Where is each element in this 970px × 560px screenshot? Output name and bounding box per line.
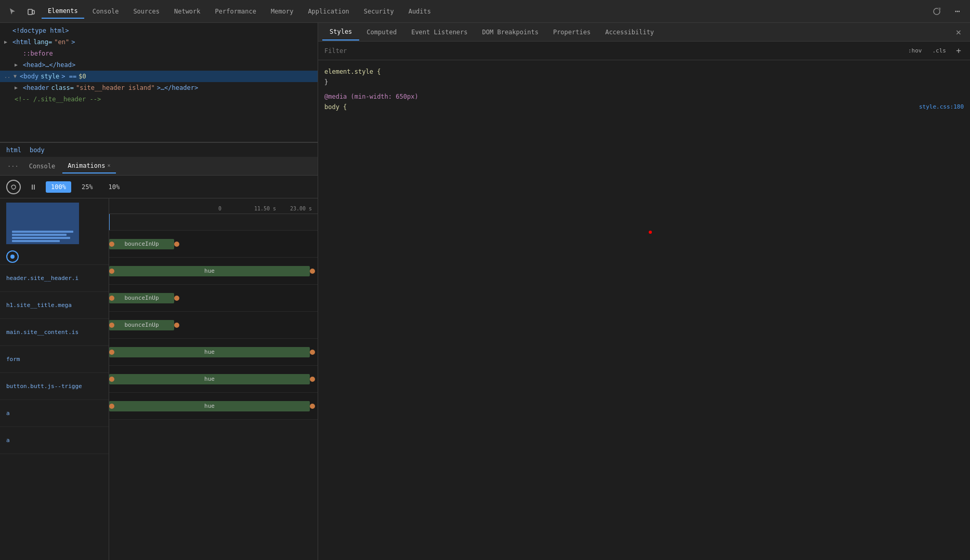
playhead-line: [109, 214, 110, 230]
speed-10-button[interactable]: 10%: [103, 181, 125, 193]
panel-tab-console[interactable]: Console: [24, 159, 61, 173]
cls-button[interactable]: .cls: [929, 46, 950, 55]
anim-track-row-5[interactable]: hue: [109, 366, 318, 393]
dom-header-class-val: "site__header island": [76, 83, 155, 92]
dom-line-html[interactable]: ▶ <html lang= "en" >: [0, 36, 318, 48]
style-rule-media: @media (min-width: 650px) style.css:180 …: [318, 89, 970, 114]
anim-track-inner-0: bounceInUp: [109, 231, 318, 257]
tab-sources[interactable]: Sources: [127, 5, 166, 18]
bottom-devtools-panel: ··· Console Animations × ⏸ 100: [0, 157, 318, 560]
panel-tab-close[interactable]: ×: [108, 163, 111, 168]
dom-line-head[interactable]: ▶ <head>…</head>: [0, 59, 318, 71]
red-dot-indicator: [649, 231, 652, 234]
elements-pane[interactable]: <!doctype html> ▶ <html lang= "en" > ::b…: [0, 23, 318, 142]
hov-button[interactable]: :hov: [905, 46, 925, 55]
add-rule-button[interactable]: +: [953, 46, 964, 56]
tab-security[interactable]: Security: [358, 5, 400, 18]
anim-dot-2-1: [174, 296, 179, 301]
playhead-track-row[interactable]: [109, 214, 318, 231]
anim-tracks[interactable]: bounceInUphuebounceInUpbounceInUphuehueh…: [109, 231, 318, 560]
anim-dot-6-0: [109, 404, 114, 409]
tab-memory[interactable]: Memory: [265, 5, 299, 18]
tab-performance[interactable]: Performance: [209, 5, 263, 18]
panel-tab-animations[interactable]: Animations ×: [62, 159, 115, 174]
time-tick: 0: [218, 206, 254, 211]
styles-tab-dom-breakpoints[interactable]: DOM Breakpoints: [475, 24, 546, 40]
speed-100-button[interactable]: 100%: [46, 181, 71, 193]
anim-track-row-6[interactable]: hue: [109, 393, 318, 420]
time-ticks: 011.50 s23.00 s34.50 s46.00 s57.50 s1.1 …: [218, 206, 318, 211]
time-ruler: 011.50 s23.00 s34.50 s46.00 s57.50 s1.1 …: [109, 198, 318, 214]
dom-comment-text: <!-- /.site__header -->: [15, 95, 101, 104]
feedback-icon[interactable]: !: [928, 3, 945, 20]
expand-arrow: ▶: [15, 60, 21, 70]
panel-tabs-bar: ··· Console Animations ×: [0, 157, 318, 176]
anim-label-6: a: [0, 427, 109, 454]
dom-body-dollar: $0: [78, 72, 86, 81]
dom-html-close: >: [71, 37, 75, 47]
breadcrumb-body[interactable]: body: [28, 145, 47, 155]
filter-bar: :hov .cls +: [318, 42, 970, 60]
dom-header-class: class=: [51, 83, 74, 92]
panel-overflow-dots[interactable]: ···: [4, 163, 22, 170]
filter-input[interactable]: [324, 47, 905, 55]
anim-bar-2: bounceInUp: [109, 293, 174, 303]
dom-line-body[interactable]: .. ▼ <body style > == $0: [0, 71, 318, 82]
anim-track-inner-4: hue: [109, 339, 318, 365]
left-panel: <!doctype html> ▶ <html lang= "en" > ::b…: [0, 23, 318, 560]
styles-tab-computed[interactable]: Computed: [359, 24, 404, 40]
tab-network[interactable]: Network: [168, 5, 207, 18]
anim-label-4: button.butt.js--trigge: [0, 373, 109, 400]
replay-button[interactable]: [6, 180, 21, 194]
dom-line-before[interactable]: ::before: [0, 48, 318, 59]
playhead-inner-dot: [10, 255, 15, 259]
dom-body-style: style: [41, 72, 59, 81]
device-toggle-icon[interactable]: [23, 3, 40, 20]
svg-rect-1: [32, 10, 34, 14]
anim-track-row-0[interactable]: bounceInUp: [109, 231, 318, 258]
anim-label-0: header.site__header.i: [0, 265, 109, 292]
anim-track-row-2[interactable]: bounceInUp: [109, 285, 318, 312]
breadcrumb-html[interactable]: html: [4, 145, 23, 155]
styles-tab-styles[interactable]: Styles: [322, 24, 359, 41]
styles-tab-accessibility[interactable]: Accessibility: [598, 24, 661, 40]
anim-track-row-4[interactable]: hue: [109, 339, 318, 366]
cursor-icon[interactable]: [4, 3, 21, 20]
anim-label-3: form: [0, 346, 109, 373]
anim-track-row-1[interactable]: hue: [109, 258, 318, 285]
dom-line-header[interactable]: ▶ <header class= "site__header island" >…: [0, 82, 318, 94]
anim-timeline-area: 011.50 s23.00 s34.50 s46.00 s57.50 s1.1 …: [109, 198, 318, 560]
expand-arrow: ▶: [15, 83, 21, 92]
styles-tab-properties[interactable]: Properties: [546, 24, 598, 40]
anim-bar-6: hue: [109, 401, 310, 411]
anim-labels-list: header.site__header.ih1.site__title.mega…: [0, 265, 109, 454]
anim-bar-1: hue: [109, 266, 310, 276]
styles-tab-event-listeners[interactable]: Event Listeners: [404, 24, 475, 40]
anim-track-row-3[interactable]: bounceInUp: [109, 312, 318, 339]
anim-dot-3-0: [109, 323, 114, 328]
tab-audits[interactable]: Audits: [402, 5, 437, 18]
more-options-icon[interactable]: ⋯: [949, 3, 966, 20]
pause-button[interactable]: ⏸: [26, 180, 41, 194]
animations-controls: ⏸ 100% 25% 10%: [0, 176, 318, 198]
speed-25-button[interactable]: 25%: [76, 181, 98, 193]
playhead-button[interactable]: [6, 250, 19, 263]
style-rule-body-selector: style.css:180 body {: [324, 102, 964, 112]
main-container: <!doctype html> ▶ <html lang= "en" > ::b…: [0, 23, 970, 560]
dom-line-comment[interactable]: <!-- /.site__header -->: [0, 94, 318, 105]
tab-console[interactable]: Console: [86, 5, 125, 18]
anim-bar-0: bounceInUp: [109, 239, 174, 249]
preview-line-2: [12, 234, 67, 236]
dom-line-doctype[interactable]: <!doctype html>: [0, 25, 318, 36]
right-panel: Styles Computed Event Listeners DOM Brea…: [318, 23, 970, 560]
dom-html-tag: <html: [12, 37, 31, 47]
devtools-close-button[interactable]: ×: [951, 25, 966, 39]
style-source-link[interactable]: style.css:180: [919, 102, 964, 112]
tab-application[interactable]: Application: [302, 5, 355, 18]
panel-tab-animations-label: Animations: [68, 162, 105, 169]
anim-preview-column: header.site__header.ih1.site__title.mega…: [0, 198, 109, 560]
anim-track-inner-5: hue: [109, 366, 318, 392]
anim-dot-1-0: [109, 269, 114, 274]
tab-elements[interactable]: Elements: [42, 4, 84, 19]
dom-html-attr-val: "en": [54, 37, 69, 47]
